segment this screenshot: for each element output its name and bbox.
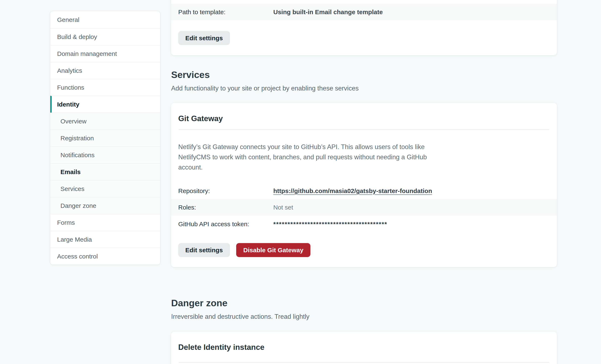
sidebar-item-large-media[interactable]: Large Media	[50, 231, 160, 248]
sidebar-item-identity-registration[interactable]: Registration	[50, 130, 160, 146]
edit-settings-button[interactable]: Edit settings	[178, 31, 230, 45]
repository-link[interactable]: https://github.com/masia02/gatsby-starte…	[273, 187, 432, 194]
github-token-value: ****************************************	[273, 221, 557, 228]
sidebar-item-identity-danger-zone[interactable]: Danger zone	[50, 197, 160, 214]
repository-row: Repository: https://github.com/masia02/g…	[171, 183, 557, 199]
sidebar-item-functions[interactable]: Functions	[50, 79, 160, 96]
sidebar-item-domain-management[interactable]: Domain management	[50, 45, 160, 62]
git-gateway-title: Git Gateway	[178, 114, 557, 123]
path-to-template-value: Using built-in Email change template	[273, 9, 557, 16]
sidebar-item-identity[interactable]: Identity	[50, 96, 160, 112]
roles-value: Not set	[273, 204, 557, 211]
delete-identity-card: Delete Identity instance	[171, 332, 557, 364]
path-to-template-label: Path to template:	[171, 9, 273, 16]
repository-label: Repository:	[171, 187, 273, 194]
github-token-label: GitHub API access token:	[171, 221, 273, 228]
sidebar-item-identity-overview[interactable]: Overview	[50, 112, 160, 130]
disable-git-gateway-button[interactable]: Disable Git Gateway	[236, 243, 311, 257]
sidebar-item-identity-notifications[interactable]: Notifications	[50, 146, 160, 163]
settings-sidebar: General Build & deploy Domain management…	[50, 11, 160, 265]
email-template-card-spacer	[171, 0, 557, 4]
git-gateway-actions: Edit settings Disable Git Gateway	[178, 243, 557, 257]
settings-main-column: Path to template: Using built-in Email c…	[171, 0, 557, 364]
roles-row: Roles: Not set	[171, 199, 557, 216]
services-title: Services	[171, 69, 359, 81]
git-gateway-edit-settings-button[interactable]: Edit settings	[178, 243, 230, 257]
email-card-actions: Edit settings	[178, 31, 557, 45]
email-template-card: Path to template: Using built-in Email c…	[171, 0, 557, 55]
sidebar-item-analytics[interactable]: Analytics	[50, 62, 160, 79]
path-to-template-row: Path to template: Using built-in Email c…	[171, 4, 557, 20]
git-gateway-divider	[179, 129, 549, 130]
github-token-row: GitHub API access token: ***************…	[171, 216, 557, 233]
services-section-header: Services Add functionality to your site …	[171, 69, 359, 92]
sidebar-item-forms[interactable]: Forms	[50, 214, 160, 231]
services-subtitle: Add functionality to your site or projec…	[171, 85, 359, 92]
sidebar-item-general[interactable]: General	[50, 11, 160, 28]
delete-identity-title: Delete Identity instance	[178, 343, 557, 352]
git-gateway-rows: Repository: https://github.com/masia02/g…	[171, 183, 557, 233]
sidebar-item-build-deploy[interactable]: Build & deploy	[50, 28, 160, 45]
danger-zone-subtitle: Irreversible and destructive actions. Tr…	[171, 313, 309, 320]
roles-label: Roles:	[171, 204, 273, 211]
sidebar-item-identity-services[interactable]: Services	[50, 180, 160, 197]
git-gateway-card: Git Gateway Netlify’s Git Gateway connec…	[171, 103, 557, 267]
sidebar-item-identity-emails[interactable]: Emails	[50, 163, 160, 180]
danger-zone-section-header: Danger zone Irreversible and destructive…	[171, 297, 309, 320]
delete-identity-divider	[179, 362, 549, 363]
danger-zone-title: Danger zone	[171, 297, 309, 309]
sidebar-item-access-control[interactable]: Access control	[50, 248, 160, 264]
git-gateway-description: Netlify’s Git Gateway connects your site…	[178, 142, 447, 172]
